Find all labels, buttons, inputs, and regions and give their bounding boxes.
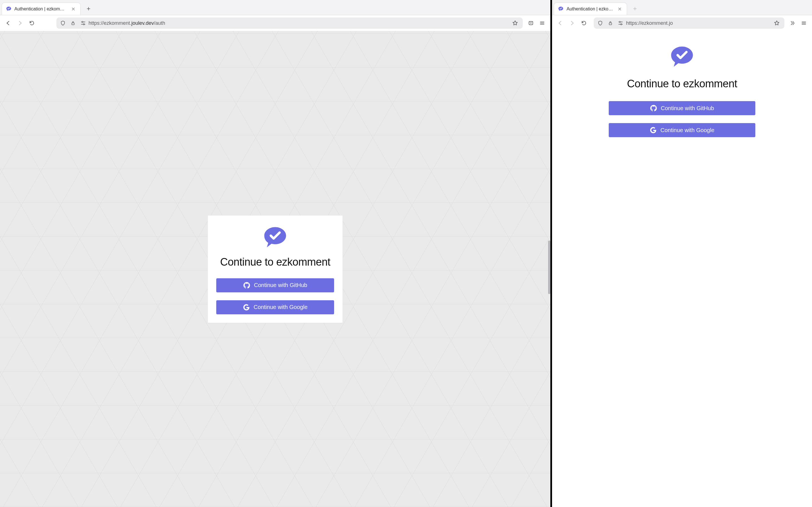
browser-tab[interactable]: Authentication | ezkomment xyxy=(2,3,81,15)
tab-title: Authentication | ezkomment xyxy=(566,6,614,11)
nav-reload-button[interactable] xyxy=(27,18,37,29)
continue-google-button[interactable]: Continue with Google xyxy=(609,123,755,137)
lock-icon[interactable] xyxy=(68,18,78,28)
pocket-button[interactable] xyxy=(525,18,536,29)
auth-heading: Continue to ezkomment xyxy=(216,256,334,268)
url-text: https://ezkomment.joulev.dev/auth xyxy=(89,20,510,26)
nav-reload-button[interactable] xyxy=(578,18,589,29)
button-label: Continue with GitHub xyxy=(661,105,714,112)
app-menu-button[interactable] xyxy=(537,18,548,29)
continue-github-button[interactable]: Continue with GitHub xyxy=(216,278,334,292)
google-icon xyxy=(243,304,250,311)
bookmark-star-button[interactable] xyxy=(772,18,781,28)
github-icon xyxy=(243,282,250,289)
lock-icon[interactable] xyxy=(606,18,615,28)
scrollbar-thumb[interactable] xyxy=(548,240,550,294)
browser-toolbar: https://ezkomment.jo xyxy=(552,15,812,31)
page-content: Continue to ezkomment Continue with GitH… xyxy=(0,31,550,507)
google-icon xyxy=(650,127,657,133)
shield-icon[interactable] xyxy=(58,18,68,28)
nav-back-button[interactable] xyxy=(3,18,13,29)
url-bar[interactable]: https://ezkomment.joulev.dev/auth xyxy=(56,17,523,29)
auth-card: Continue to ezkomment Continue with GitH… xyxy=(207,215,343,323)
browser-tab[interactable]: Authentication | ezkomment xyxy=(554,3,627,15)
page-content: Continue to ezkomment Continue with GitH… xyxy=(552,31,812,507)
continue-google-button[interactable]: Continue with Google xyxy=(216,300,334,314)
nav-back-button[interactable] xyxy=(555,18,566,29)
favicon-icon xyxy=(558,6,564,12)
tab-close-button[interactable] xyxy=(70,6,77,12)
button-label: Continue with Google xyxy=(254,304,308,311)
shield-icon[interactable] xyxy=(596,18,605,28)
browser-toolbar: https://ezkomment.joulev.dev/auth xyxy=(0,15,550,31)
app-menu-button[interactable] xyxy=(799,18,809,29)
tab-close-button[interactable] xyxy=(617,6,623,12)
overflow-button[interactable] xyxy=(787,18,798,29)
url-text: https://ezkomment.jo xyxy=(626,20,771,26)
tab-strip: Authentication | ezkomment xyxy=(0,0,550,15)
browser-window-right: Authentication | ezkomment https://ezkom… xyxy=(552,0,812,507)
browser-window-left: Authentication | ezkomment https://ezkom… xyxy=(0,0,552,507)
app-logo xyxy=(669,45,695,70)
nav-forward-button[interactable] xyxy=(15,18,26,29)
button-label: Continue with Google xyxy=(661,127,714,133)
bookmark-star-button[interactable] xyxy=(510,18,520,28)
new-tab-button[interactable] xyxy=(629,3,641,15)
button-label: Continue with GitHub xyxy=(254,282,307,288)
new-tab-button[interactable] xyxy=(82,3,95,15)
github-icon xyxy=(650,105,657,112)
nav-forward-button[interactable] xyxy=(567,18,577,29)
tab-title: Authentication | ezkomment xyxy=(14,6,67,11)
favicon-icon xyxy=(6,6,11,12)
permissions-icon[interactable] xyxy=(616,18,625,28)
tab-strip: Authentication | ezkomment xyxy=(552,0,812,15)
url-bar[interactable]: https://ezkomment.jo xyxy=(594,17,784,29)
permissions-icon[interactable] xyxy=(79,18,88,28)
auth-heading: Continue to ezkomment xyxy=(627,78,737,90)
app-logo xyxy=(216,225,334,251)
continue-github-button[interactable]: Continue with GitHub xyxy=(609,101,755,115)
